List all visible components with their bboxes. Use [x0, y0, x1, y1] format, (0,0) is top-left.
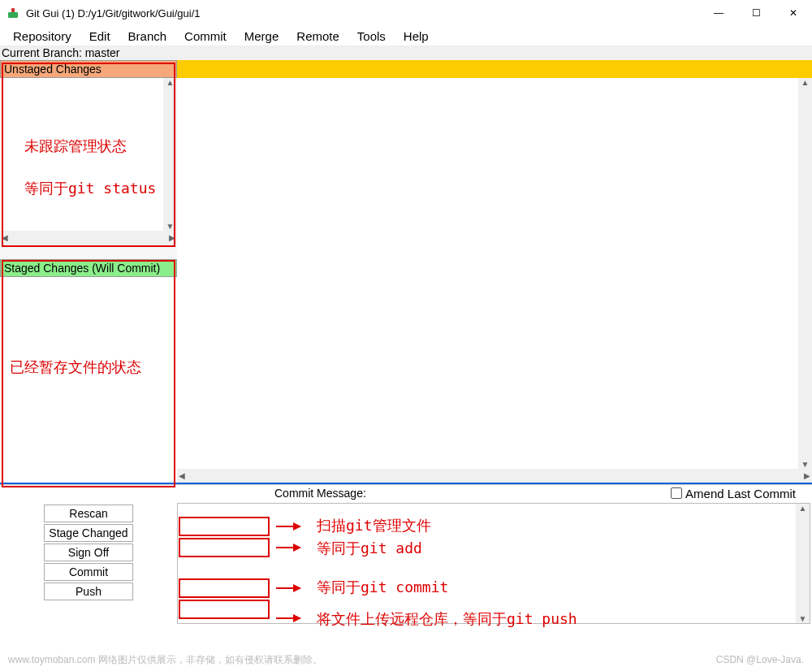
scroll-up-icon[interactable]: ▲: [801, 78, 810, 87]
window-title: Git Gui (1) D:/y1/Git/gitwork/Gui/gui/1: [26, 7, 201, 19]
diff-view[interactable]: ▲ ▼: [177, 78, 812, 469]
scroll-left-icon[interactable]: ◀: [179, 471, 185, 480]
stage-changed-button[interactable]: Stage Changed: [44, 524, 133, 542]
unstaged-scrollbar[interactable]: ▲ ▼: [163, 78, 177, 231]
menu-bar: Repository Edit Branch Commit Merge Remo…: [0, 26, 812, 45]
menu-help[interactable]: Help: [395, 28, 437, 45]
menu-branch[interactable]: Branch: [120, 28, 175, 45]
branch-label: Current Branch: master: [0, 45, 812, 60]
svg-rect-0: [8, 12, 18, 18]
amend-label: Amend Last Commit: [685, 487, 796, 500]
scroll-up-icon[interactable]: ▲: [799, 504, 807, 513]
rescan-button[interactable]: Rescan: [44, 505, 133, 522]
commit-column: Commit Message: Amend Last Commit ▲ ▼: [177, 485, 812, 626]
splitter[interactable]: [0, 245, 177, 259]
amend-checkbox[interactable]: Amend Last Commit: [671, 487, 796, 500]
commit-area: Rescan Stage Changed Sign Off Commit Pus…: [0, 484, 812, 626]
scroll-right-icon[interactable]: ▶: [169, 233, 175, 242]
scroll-down-icon[interactable]: ▼: [801, 460, 810, 469]
footer-right: CSDN @Love-Java.: [716, 654, 804, 665]
window-buttons: — ☐ ✕: [700, 0, 812, 26]
msg-scrollbar[interactable]: ▲ ▼: [796, 504, 810, 623]
menu-edit[interactable]: Edit: [81, 28, 119, 45]
main-split: Unstaged Changes ▲ ▼ ◀ ▶ Staged Changes …: [0, 60, 812, 483]
commit-message-label: Commit Message:: [274, 487, 366, 500]
scroll-left-icon[interactable]: ◀: [2, 233, 8, 242]
page-footer: www.toymoban.com 网络图片仅供展示，非存储，如有侵权请联系删除。…: [0, 652, 812, 667]
left-column: Unstaged Changes ▲ ▼ ◀ ▶ Staged Changes …: [0, 60, 177, 483]
scroll-down-icon[interactable]: ▼: [799, 614, 807, 623]
push-button[interactable]: Push: [44, 583, 133, 600]
menu-repository[interactable]: Repository: [5, 28, 80, 45]
menu-commit[interactable]: Commit: [176, 28, 235, 45]
app-icon: [6, 6, 19, 19]
diff-scrollbar[interactable]: ▲ ▼: [798, 78, 812, 469]
checkbox-icon[interactable]: [671, 487, 682, 499]
sign-off-button[interactable]: Sign Off: [44, 544, 133, 561]
unstaged-header[interactable]: Unstaged Changes: [0, 60, 177, 78]
diff-hscroll[interactable]: ◀ ▶: [177, 469, 812, 483]
menu-merge[interactable]: Merge: [236, 28, 287, 45]
title-bar[interactable]: Git Gui (1) D:/y1/Git/gitwork/Gui/gui/1 …: [0, 0, 812, 26]
footer-left: www.toymoban.com 网络图片仅供展示，非存储，如有侵权请联系删除。: [8, 653, 322, 667]
menu-tools[interactable]: Tools: [349, 28, 394, 45]
staged-list[interactable]: [0, 277, 177, 483]
commit-button[interactable]: Commit: [44, 563, 133, 581]
menu-remote[interactable]: Remote: [288, 28, 348, 45]
app-window: Git Gui (1) D:/y1/Git/gitwork/Gui/gui/1 …: [0, 0, 812, 642]
close-button[interactable]: ✕: [775, 0, 812, 26]
staged-header[interactable]: Staged Changes (Will Commit): [0, 259, 177, 277]
right-column: ▲ ▼ ◀ ▶: [177, 60, 812, 483]
action-buttons: Rescan Stage Changed Sign Off Commit Pus…: [0, 485, 177, 626]
svg-rect-1: [11, 8, 15, 12]
diff-header: [177, 60, 812, 78]
commit-message-input[interactable]: ▲ ▼: [177, 503, 810, 624]
scroll-down-icon[interactable]: ▼: [166, 222, 175, 231]
scroll-right-icon[interactable]: ▶: [804, 471, 810, 480]
maximize-button[interactable]: ☐: [737, 0, 775, 26]
minimize-button[interactable]: —: [700, 0, 737, 26]
scroll-up-icon[interactable]: ▲: [166, 78, 175, 87]
commit-header: Commit Message: Amend Last Commit: [177, 485, 812, 501]
unstaged-list[interactable]: ▲ ▼: [0, 78, 177, 231]
unstaged-hscroll[interactable]: ◀ ▶: [0, 231, 177, 245]
